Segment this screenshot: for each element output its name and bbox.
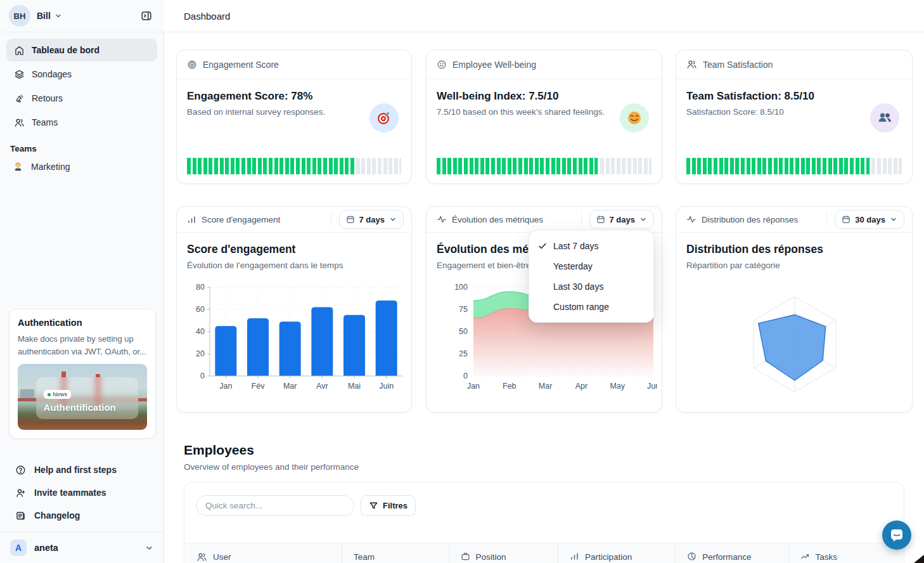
news-overlay-title: Authentification xyxy=(44,402,116,413)
technologist-icon xyxy=(13,162,23,172)
chart-title: Distribution des réponses xyxy=(686,243,902,256)
sidebar-link-help-and-first-steps[interactable]: Help and first steps xyxy=(0,458,164,481)
svg-text:Mai: Mai xyxy=(348,382,361,391)
svg-text:40: 40 xyxy=(196,327,205,336)
news-dot-icon xyxy=(48,393,51,396)
stat-card-title: Engagement Score: 78% xyxy=(187,90,401,103)
menu-item-custom-range[interactable]: Custom range xyxy=(529,297,653,317)
briefcase-icon xyxy=(461,552,470,561)
calendar-icon xyxy=(842,215,850,224)
chart-card-header-label: Score d'engagement xyxy=(202,215,280,224)
workspace-avatar: A xyxy=(10,540,27,556)
sidebar-item-label: Tableau de bord xyxy=(32,45,99,55)
employees-title: Employees xyxy=(184,443,254,458)
date-range-button[interactable]: 7 days xyxy=(589,210,654,229)
menu-item-last-7-days[interactable]: Last 7 days xyxy=(529,236,653,256)
svg-text:100: 100 xyxy=(454,283,468,292)
target-icon xyxy=(187,60,197,70)
chart-title: Score d'engagement xyxy=(187,243,401,256)
header-divider xyxy=(581,212,582,226)
column-header-position[interactable]: Position xyxy=(449,543,558,563)
column-header-participation[interactable]: Participation xyxy=(558,543,675,563)
chart-plot xyxy=(687,270,902,413)
stat-card-2: Employee Well-beingWell-being Index: 7.5… xyxy=(426,49,662,184)
header-divider xyxy=(826,212,827,226)
svg-text:Apr: Apr xyxy=(575,382,587,391)
employees-subtitle: Overview of employees and their performa… xyxy=(184,462,359,472)
stat-card-header: Team Satisfaction xyxy=(676,50,912,79)
sidebar-item-retours[interactable]: Retours xyxy=(6,87,157,110)
svg-text:Juin: Juin xyxy=(379,382,394,391)
svg-text:Mar: Mar xyxy=(283,382,297,391)
sidebar-link-label: Invite teammates xyxy=(34,488,106,498)
stat-card-badge xyxy=(870,103,899,133)
chart-plot: 020406080JanFévMarAvrMaiJuin xyxy=(187,280,407,394)
chart-card-header: Distribution des réponses30 days xyxy=(676,207,912,233)
avatar[interactable]: BH xyxy=(9,5,30,27)
menu-item-label: Last 30 days xyxy=(553,282,603,292)
smile-icon xyxy=(437,60,447,70)
chevron-down-icon xyxy=(389,216,397,223)
chart-card-header-label: Distribution des réponses xyxy=(702,215,798,224)
news-card[interactable]: Authentication Make docs private by sett… xyxy=(9,309,156,439)
svg-text:50: 50 xyxy=(459,327,468,336)
chart-card-header-label: Évolution des métriques xyxy=(452,215,543,224)
users-icon xyxy=(14,117,25,128)
menu-item-last-30-days[interactable]: Last 30 days xyxy=(529,276,653,297)
sidebar-item-sondages[interactable]: Sondages xyxy=(6,63,157,86)
progress-bar-fill xyxy=(437,158,598,174)
sidebar-link-label: Help and first steps xyxy=(34,465,117,475)
menu-item-label: Last 7 days xyxy=(553,241,599,251)
column-header-performance[interactable]: Performance xyxy=(675,543,788,563)
svg-text:60: 60 xyxy=(196,305,205,314)
stat-card-subtitle: 7.5/10 based on this week's shared feeli… xyxy=(437,107,651,117)
date-range-button[interactable]: 7 days xyxy=(339,210,404,229)
mouse-cursor xyxy=(914,552,924,563)
calendar-icon xyxy=(596,215,605,224)
smiling-face-emoji xyxy=(626,110,643,126)
menu-item-yesterday[interactable]: Yesterday xyxy=(529,256,653,276)
sidebar-item-teams[interactable]: Teams xyxy=(6,111,157,134)
workspace-switcher[interactable]: A aneta xyxy=(0,532,164,563)
chart-subtitle: Évolution de l'engagement dans le temps xyxy=(187,261,401,270)
svg-text:75: 75 xyxy=(459,305,468,314)
sidebar-item-tableau-de-bord[interactable]: Tableau de bord xyxy=(6,39,157,61)
news-card-image: News Authentification xyxy=(18,364,147,430)
sidebar-team-item-marketing[interactable]: Marketing xyxy=(0,156,164,178)
column-header-team[interactable]: Team xyxy=(342,543,448,563)
column-header-label: Team xyxy=(354,552,375,562)
sidebar-link-invite-teammates[interactable]: Invite teammates xyxy=(0,481,164,504)
sidebar-item-label: Teams xyxy=(32,117,58,127)
page-title: Dashboard xyxy=(184,11,230,22)
chat-bubble-icon xyxy=(889,527,904,543)
stat-card-header-label: Employee Well-being xyxy=(452,60,536,70)
changelog-icon xyxy=(15,510,26,521)
stat-card-1: Engagement ScoreEngagement Score: 78%Bas… xyxy=(176,49,412,184)
sidebar-collapse-button[interactable] xyxy=(137,6,156,25)
sidebar-link-changelog[interactable]: Changelog xyxy=(0,504,164,527)
users-icon xyxy=(686,59,697,70)
svg-text:0: 0 xyxy=(200,372,205,380)
menu-item-label: Custom range xyxy=(553,302,609,312)
chart-card-1: Score d'engagement7 daysScore d'engageme… xyxy=(176,206,412,413)
column-header-user[interactable]: User xyxy=(185,543,342,563)
workspace-name: aneta xyxy=(34,543,58,553)
activity-icon xyxy=(437,214,447,224)
bar-chart-icon xyxy=(187,215,196,224)
date-range-button[interactable]: 30 days xyxy=(835,210,904,229)
user-menu-label[interactable]: Bill xyxy=(37,11,51,21)
app: BH Bill Tableau de bordSondagesRetoursTe… xyxy=(0,0,924,563)
progress-bar xyxy=(187,158,401,174)
sidebar-header: BH Bill xyxy=(0,0,164,32)
search-input[interactable] xyxy=(196,495,354,516)
column-header-tasks[interactable]: Tasks xyxy=(788,543,903,563)
sidebar-link-label: Changelog xyxy=(34,510,80,521)
sidebar: BH Bill Tableau de bordSondagesRetoursTe… xyxy=(0,0,164,563)
table-header: UserTeamPositionParticipationPerformance… xyxy=(185,543,903,563)
chat-launcher-button[interactable] xyxy=(882,521,911,550)
activity-icon xyxy=(686,214,696,224)
employees-panel: Filtres UserTeamPositionParticipationPer… xyxy=(184,482,904,563)
progress-bar-fill xyxy=(686,158,869,174)
filters-button[interactable]: Filtres xyxy=(361,495,416,516)
svg-text:Feb: Feb xyxy=(503,382,517,391)
